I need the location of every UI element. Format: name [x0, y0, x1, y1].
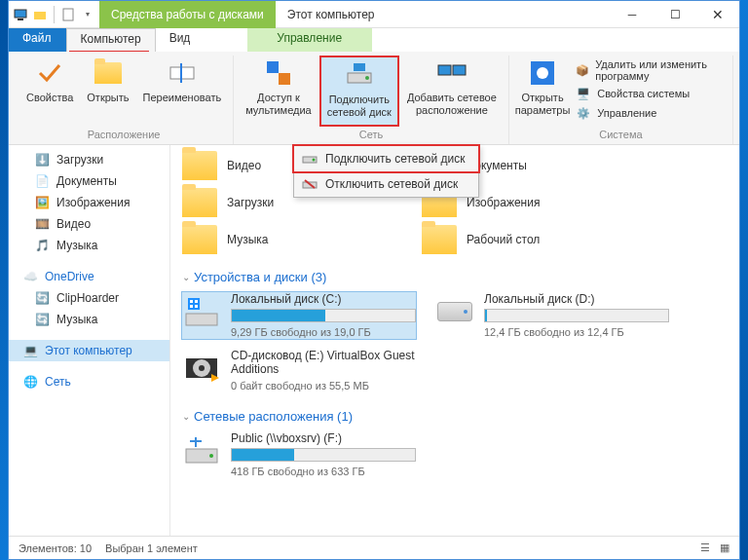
box-icon: 📦 [576, 62, 589, 78]
settings-icon [527, 57, 558, 89]
sync-icon: 🔄 [34, 312, 50, 327]
map-network-drive-button[interactable]: Подключить сетевой диск [319, 56, 399, 127]
video-icon: 🎞️ [34, 216, 50, 232]
properties-icon[interactable] [60, 7, 76, 22]
capacity-bar [484, 309, 669, 322]
network-drive-f[interactable]: Public (\\vboxsrv) (F:) 418 ГБ свободно … [182, 431, 416, 478]
svg-rect-0 [15, 10, 26, 18]
folder-open-icon [93, 57, 124, 89]
cd-icon [182, 349, 221, 388]
network-drive-icon [344, 59, 375, 91]
drive-d[interactable]: Локальный диск (D:) 12,4 ГБ свободно из … [435, 292, 669, 339]
svg-rect-6 [267, 61, 279, 73]
dropdown-disconnect-drive[interactable]: Отключить сетевой диск [294, 171, 478, 197]
svg-rect-12 [453, 65, 466, 75]
titlebar: ▾ Средства работы с дисками Этот компьют… [9, 1, 739, 28]
explorer-window: ▾ Средства работы с дисками Этот компьют… [8, 0, 740, 560]
connect-drive-icon [302, 151, 318, 167]
maximize-button[interactable]: ☐ [654, 1, 696, 28]
svg-rect-2 [34, 12, 46, 19]
tab-manage[interactable]: Управление [247, 28, 372, 52]
drives-grid: Локальный диск (C:) 9,29 ГБ свободно из … [182, 292, 728, 393]
tab-view[interactable]: Вид [156, 28, 206, 52]
tab-file[interactable]: Файл [9, 28, 66, 52]
nav-documents[interactable]: 📄Документы [9, 170, 169, 192]
properties-button[interactable]: Свойства [20, 56, 79, 127]
manage-link[interactable]: ⚙️Управление [572, 104, 727, 122]
svg-rect-19 [186, 314, 217, 325]
nav-music[interactable]: 🎵Музыка [9, 235, 169, 256]
close-button[interactable]: ✕ [696, 1, 739, 28]
dropdown-caret-icon[interactable]: ▾ [80, 7, 95, 22]
ribbon-group-network: Доступ к мультимедиа Подключить сетевой … [234, 56, 509, 144]
section-network-header[interactable]: Сетевые расположения (1) [182, 403, 728, 431]
add-network-location-button[interactable]: Добавить сетевое расположение [401, 56, 503, 127]
window-title: Этот компьютер [276, 8, 387, 21]
svg-rect-23 [190, 305, 193, 308]
content-pane: Видео Документы Загрузки Изображения Муз… [170, 145, 739, 536]
contextual-tab-header: Средства работы с дисками [99, 1, 276, 28]
hdd-icon [435, 292, 474, 331]
media-icon [263, 57, 294, 89]
network-icon: 🌐 [22, 374, 38, 390]
svg-rect-1 [18, 19, 23, 20]
computer-icon [13, 7, 28, 22]
nav-videos[interactable]: 🎞️Видео [9, 213, 169, 235]
folder-icon [32, 7, 48, 22]
details-view-icon[interactable]: ☰ [700, 541, 710, 554]
rename-button[interactable]: Переименовать [137, 56, 228, 127]
capacity-bar [231, 309, 416, 322]
svg-rect-22 [195, 300, 198, 303]
open-settings-button[interactable]: Открыть параметры [515, 56, 570, 119]
nav-onedrive[interactable]: ☁️OneDrive [9, 266, 169, 287]
section-drives-header[interactable]: Устройства и диски (3) [182, 264, 728, 292]
nav-music-2[interactable]: 🔄Музыка [9, 309, 169, 330]
minimize-button[interactable]: ─ [611, 1, 654, 28]
svg-point-9 [365, 76, 369, 80]
media-access-button[interactable]: Доступ к мультимедиа [240, 56, 318, 127]
tiles-view-icon[interactable]: ▦ [720, 541, 729, 554]
folder-desktop[interactable]: Рабочий стол [422, 225, 646, 254]
folder-music[interactable]: Музыка [182, 225, 406, 254]
svg-rect-5 [180, 63, 182, 83]
ribbon-group-location: Свойства Открыть Переименовать Расположе… [15, 56, 234, 144]
svg-rect-3 [63, 9, 73, 20]
drive-e[interactable]: CD-дисковод (E:) VirtualBox Guest Additi… [182, 349, 416, 392]
svg-rect-21 [190, 300, 193, 303]
sync-icon: 🔄 [34, 290, 50, 306]
dropdown-connect-drive[interactable]: Подключить сетевой диск [292, 144, 480, 173]
tab-computer[interactable]: Компьютер [66, 28, 156, 52]
nav-pictures[interactable]: 🖼️Изображения [9, 192, 169, 213]
document-icon: 📄 [34, 173, 50, 189]
nav-cliphoarder[interactable]: 🔄ClipHoarder [9, 287, 169, 309]
drive-c[interactable]: Локальный диск (C:) 9,29 ГБ свободно из … [182, 292, 416, 339]
system-properties-link[interactable]: 🖥️Свойства системы [572, 85, 727, 102]
svg-rect-11 [438, 65, 451, 75]
folder-icon [422, 225, 457, 254]
uninstall-program-link[interactable]: 📦Удалить или изменить программу [572, 57, 727, 83]
folder-icon [182, 188, 217, 217]
svg-rect-10 [354, 63, 365, 71]
nav-downloads[interactable]: ⬇️Загрузки [9, 149, 169, 170]
open-button[interactable]: Открыть [81, 56, 134, 127]
disconnect-drive-icon [302, 176, 318, 192]
monitors-icon [436, 57, 468, 89]
nav-network[interactable]: 🌐Сеть [9, 371, 169, 392]
status-selected: Выбран 1 элемент [105, 542, 198, 554]
navigation-pane: ⬇️Загрузки 📄Документы 🖼️Изображения 🎞️Ви… [9, 145, 170, 536]
svg-rect-24 [195, 305, 198, 308]
ribbon: Свойства Открыть Переименовать Расположе… [9, 52, 739, 145]
svg-rect-7 [279, 73, 290, 85]
svg-point-16 [313, 159, 316, 162]
download-icon: ⬇️ [34, 152, 50, 168]
network-drive-icon [182, 431, 221, 470]
nav-this-pc[interactable]: 💻Этот компьютер [9, 340, 169, 361]
svg-point-14 [537, 67, 548, 79]
separator [54, 6, 55, 23]
statusbar: Элементов: 10 Выбран 1 элемент ☰ ▦ [9, 536, 739, 559]
computer-icon: 💻 [22, 343, 38, 358]
checkmark-icon [34, 57, 65, 89]
monitor-icon: 🖥️ [576, 86, 591, 101]
explorer-body: ⬇️Загрузки 📄Документы 🖼️Изображения 🎞️Ви… [9, 145, 739, 536]
folder-icon [182, 151, 217, 180]
